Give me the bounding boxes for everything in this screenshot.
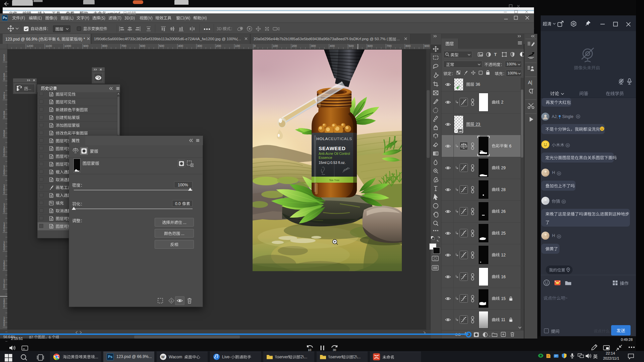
svg-text:SEAWEED: SEAWEED: [319, 145, 346, 151]
svg-text:15ml: 15ml: [319, 161, 326, 165]
svg-text:Anti-Acne Oil Control: Anti-Acne Oil Control: [319, 152, 350, 156]
svg-text:Essence: Essence: [319, 156, 332, 160]
svg-text:0.53 fl.oz.: 0.53 fl.oz.: [330, 161, 346, 165]
svg-text:Tea Tree: Tea Tree: [329, 179, 340, 182]
svg-text:HOLACEUTICALS: HOLACEUTICALS: [316, 137, 352, 141]
svg-text:W: W: [161, 355, 165, 359]
